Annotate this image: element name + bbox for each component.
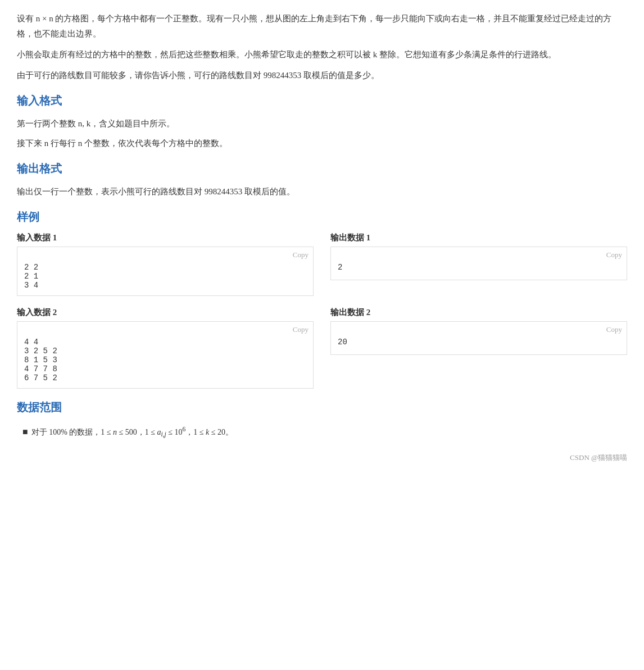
sample1-output-block: 输出数据 1 Copy 2 [330, 233, 627, 296]
sample2-output-code: 20 [338, 338, 620, 347]
sample2-input-box: Copy 4 4 3 2 5 2 8 1 5 3 4 7 7 8 6 7 5 2 [17, 321, 314, 389]
input-format-title: 输入格式 [17, 93, 627, 111]
samples-grid: 输入数据 1 Copy 2 2 2 1 3 4 输出数据 1 Copy 2 输入… [17, 233, 627, 389]
data-range-title: 数据范围 [17, 400, 627, 417]
data-range-item: ■ 对于 100% 的数据，1 ≤ n ≤ 500，1 ≤ ai,j ≤ 106… [22, 423, 627, 441]
output-format-section: 输出格式 输出仅一行一个整数，表示小熊可行的路线数目对 998244353 取模… [17, 161, 627, 199]
sample1-input-title: 输入数据 1 [17, 233, 314, 243]
sample1-input-block: 输入数据 1 Copy 2 2 2 1 3 4 [17, 233, 314, 296]
problem-description: 设有 n × n 的方格图，每个方格中都有一个正整数。现有一只小熊，想从图的左上… [17, 11, 627, 83]
input-format-line-1: 第一行两个整数 n, k，含义如题目中所示。 [17, 116, 627, 131]
sample2-output-box: Copy 20 [330, 321, 627, 355]
desc-line-1: 设有 n × n 的方格图，每个方格中都有一个正整数。现有一只小熊，想从图的左上… [17, 11, 627, 42]
sample2-input-block: 输入数据 2 Copy 4 4 3 2 5 2 8 1 5 3 4 7 7 8 … [17, 307, 314, 389]
sample2-input-code: 4 4 3 2 5 2 8 1 5 3 4 7 7 8 6 7 5 2 [24, 338, 306, 382]
sample2-output-copy-button[interactable]: Copy [606, 325, 622, 334]
data-range-section: 数据范围 ■ 对于 100% 的数据，1 ≤ n ≤ 500，1 ≤ ai,j … [17, 400, 627, 441]
sample1-output-code: 2 [338, 263, 620, 272]
output-format-title: 输出格式 [17, 161, 627, 179]
desc-line-3: 由于可行的路线数目可能较多，请你告诉小熊，可行的路线数目对 998244353 … [17, 68, 627, 83]
footer-brand: CSDN @猫猫猫喵 [17, 453, 627, 463]
sample2-input-title: 输入数据 2 [17, 307, 314, 318]
output-format-line-1: 输出仅一行一个整数，表示小熊可行的路线数目对 998244353 取模后的值。 [17, 184, 627, 199]
input-format-section: 输入格式 第一行两个整数 n, k，含义如题目中所示。 接下来 n 行每行 n … [17, 93, 627, 151]
sample2-output-block: 输出数据 2 Copy 20 [330, 307, 627, 389]
sample1-output-copy-button[interactable]: Copy [606, 250, 622, 259]
sample1-input-code: 2 2 2 1 3 4 [24, 263, 306, 290]
bullet-icon: ■ [22, 423, 28, 441]
samples-section: 样例 输入数据 1 Copy 2 2 2 1 3 4 输出数据 1 Copy 2… [17, 209, 627, 389]
samples-title: 样例 [17, 209, 627, 227]
sample1-input-box: Copy 2 2 2 1 3 4 [17, 247, 314, 296]
sample1-output-title: 输出数据 1 [330, 233, 627, 243]
sample1-input-copy-button[interactable]: Copy [293, 250, 309, 259]
desc-line-2: 小熊会取走所有经过的方格中的整数，然后把这些整数相乘。小熊希望它取走的整数之积可… [17, 47, 627, 62]
sample2-input-copy-button[interactable]: Copy [293, 325, 309, 334]
data-range-text: 对于 100% 的数据，1 ≤ n ≤ 500，1 ≤ ai,j ≤ 106，1… [31, 423, 233, 441]
sample1-output-box: Copy 2 [330, 247, 627, 280]
input-format-line-2: 接下来 n 行每行 n 个整数，依次代表每个方格中的整数。 [17, 136, 627, 151]
sample2-output-title: 输出数据 2 [330, 307, 627, 318]
